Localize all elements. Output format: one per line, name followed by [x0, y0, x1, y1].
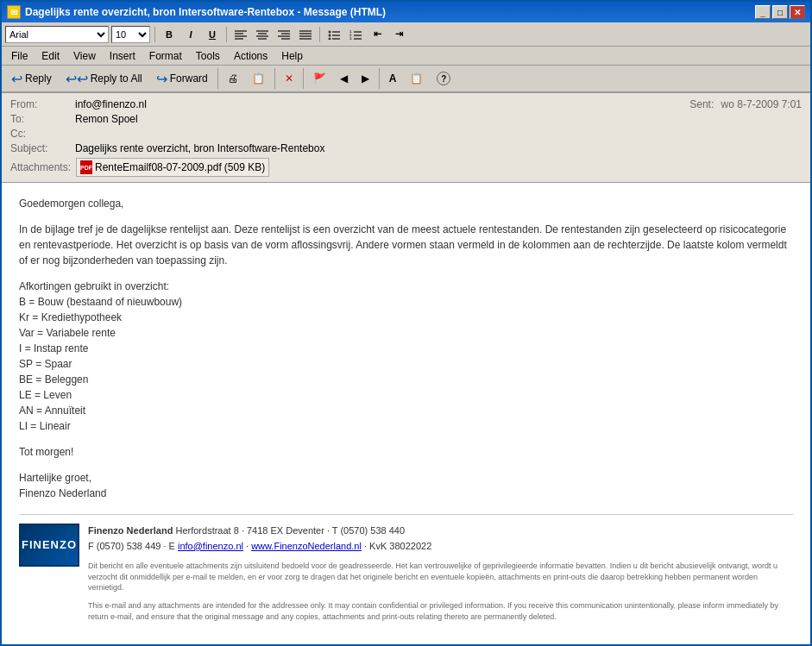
- abbrev-kr: Kr = Krediethypotheek: [19, 311, 122, 323]
- align-left-button[interactable]: [231, 26, 250, 43]
- title-bar: ✉ Dagelijks rente overzicht, bron Inters…: [2, 2, 810, 22]
- menu-help[interactable]: Help: [275, 47, 309, 65]
- menu-tools[interactable]: Tools: [190, 47, 226, 65]
- email-greeting: Goedemorgen collega,: [19, 196, 793, 211]
- email-body[interactable]: Goedemorgen collega, In de bijlage tref …: [2, 183, 810, 644]
- email-signature: Hartelijke groet, Finenzo Nederland: [19, 470, 793, 501]
- forward-button[interactable]: ↪ Forward: [150, 67, 214, 90]
- abbrev-le: LE = Leven: [19, 389, 72, 401]
- to-label: To:: [10, 113, 75, 125]
- forward-icon: ↪: [156, 71, 167, 87]
- next-flag-button[interactable]: ▶: [356, 67, 375, 90]
- sig-company-line: Finenzo Nederland Herfordstraat 8 · 7418…: [88, 524, 793, 539]
- menu-insert[interactable]: Insert: [104, 47, 142, 65]
- subject-label: Subject:: [10, 142, 75, 154]
- align-center-button[interactable]: [253, 26, 272, 43]
- bullets-button[interactable]: [324, 26, 343, 43]
- align-justify-button[interactable]: [296, 26, 315, 43]
- delete-icon: ✕: [285, 72, 293, 85]
- sig-website-link[interactable]: www.FinenzoNederland.nl: [251, 541, 362, 551]
- reply-all-icon: ↩↩: [66, 71, 88, 87]
- separator-3: [319, 27, 320, 42]
- align-center-icon: [256, 29, 268, 40]
- toolbar-separator-4: [379, 68, 380, 89]
- toolbar-separator-3: [303, 68, 304, 89]
- sent-value: wo 8-7-2009 7:01: [721, 98, 802, 110]
- font-select[interactable]: Arial: [5, 26, 109, 43]
- flag-button[interactable]: 🚩: [307, 67, 332, 90]
- underline-button[interactable]: U: [203, 26, 222, 43]
- sig-address: Herfordstraat 8 · 7418 EX Deventer · T (…: [175, 525, 405, 536]
- abbrev-be: BE = Beleggen: [19, 373, 88, 386]
- italic-button[interactable]: I: [181, 26, 200, 43]
- email-closing: Tot morgen!: [19, 444, 793, 460]
- abbrev-li: LI = Lineair: [19, 420, 71, 432]
- action-toolbar: ↩ Reply ↩↩ Reply to All ↪ Forward 🖨 📋 ✕ …: [2, 66, 810, 93]
- app-icon: ✉: [7, 5, 21, 19]
- abbrev-an: AN = Annuïteit: [19, 405, 85, 417]
- maximize-button[interactable]: □: [772, 5, 788, 19]
- font-size-icon: A: [389, 72, 397, 85]
- minimize-button[interactable]: _: [755, 5, 771, 19]
- format-toolbar: Arial 10 12 B I U: [2, 22, 810, 47]
- decrease-indent-button[interactable]: ⇤: [368, 26, 387, 43]
- reply-icon: ↩: [11, 71, 22, 87]
- sig-email-link[interactable]: info@finenzo.nl: [178, 541, 243, 551]
- help-btn[interactable]: ?: [431, 67, 456, 90]
- disclaimer-nl: Dit bericht en alle eventuele attachment…: [88, 561, 793, 593]
- reply-all-label: Reply to All: [91, 72, 142, 85]
- sig-company-name: Finenzo Nederland: [88, 525, 173, 536]
- safe-list-btn[interactable]: 📋: [404, 67, 429, 90]
- print-button[interactable]: 🖨: [222, 67, 244, 90]
- finenzo-logo: FINENZO: [19, 524, 79, 567]
- window-title: Dagelijks rente overzicht, bron Intersof…: [25, 6, 386, 18]
- reply-label: Reply: [25, 72, 52, 85]
- attachments-label: Attachments:: [10, 161, 71, 173]
- align-justify-icon: [299, 29, 312, 40]
- close-button[interactable]: ✕: [790, 5, 805, 19]
- reply-all-button[interactable]: ↩↩ Reply to All: [60, 67, 148, 90]
- copy-icon: 📋: [252, 72, 265, 85]
- sig-contact-line: F (0570) 538 449 · E info@finenzo.nl · w…: [88, 539, 793, 555]
- from-value: info@finenzo.nl: [75, 98, 147, 110]
- separator-2: [226, 27, 227, 42]
- menu-actions[interactable]: Actions: [228, 47, 274, 65]
- signature-block: FINENZO Finenzo Nederland Herfordstraat …: [19, 514, 793, 622]
- bold-button[interactable]: B: [160, 26, 179, 43]
- numbering-button[interactable]: 1. 2. 3.: [346, 26, 365, 43]
- prev-icon: ◀: [340, 72, 348, 85]
- abbrev-sp: SP = Spaar: [19, 358, 72, 370]
- subject-value: Dagelijks rente overzicht, bron Intersof…: [75, 142, 802, 154]
- menu-bar: File Edit View Insert Format Tools Actio…: [2, 47, 810, 66]
- svg-text:3.: 3.: [349, 36, 352, 40]
- email-abbrev-section: Afkortingen gebruikt in overzicht: B = B…: [19, 279, 793, 434]
- numbering-icon: 1. 2. 3.: [349, 29, 362, 40]
- font-size-btn[interactable]: A: [383, 67, 403, 90]
- abbrev-i: I = Instap rente: [19, 342, 88, 354]
- prev-flag-button[interactable]: ◀: [334, 67, 354, 90]
- align-left-icon: [235, 29, 247, 40]
- next-icon: ▶: [362, 72, 369, 85]
- help-icon: ?: [437, 72, 450, 85]
- copy-button[interactable]: 📋: [246, 67, 271, 90]
- align-right-button[interactable]: [274, 26, 293, 43]
- delete-button[interactable]: ✕: [279, 67, 299, 90]
- reply-button[interactable]: ↩ Reply: [5, 67, 58, 90]
- bullets-icon: [328, 29, 340, 40]
- flag-icon: 🚩: [313, 72, 326, 85]
- increase-indent-button[interactable]: ⇥: [389, 26, 408, 43]
- safe-list-icon: 📋: [410, 72, 423, 85]
- toolbar-separator-1: [217, 68, 218, 89]
- menu-edit[interactable]: Edit: [35, 47, 66, 65]
- menu-file[interactable]: File: [5, 47, 34, 65]
- font-size-select[interactable]: 10 12: [111, 26, 150, 43]
- separator-1: [154, 27, 155, 42]
- cc-label: Cc:: [10, 128, 75, 140]
- attachment-item[interactable]: PDF RenteEmailf08-07-2009.pdf (509 KB): [76, 158, 269, 177]
- abbrev-header: Afkortingen gebruikt in overzicht:: [19, 280, 169, 292]
- abbrev-b: B = Bouw (bestaand of nieuwbouw): [19, 296, 182, 308]
- menu-format[interactable]: Format: [143, 47, 188, 65]
- attachment-name: RenteEmailf08-07-2009.pdf: [95, 161, 222, 173]
- abbrev-var: Var = Variabele rente: [19, 327, 116, 339]
- menu-view[interactable]: View: [67, 47, 102, 65]
